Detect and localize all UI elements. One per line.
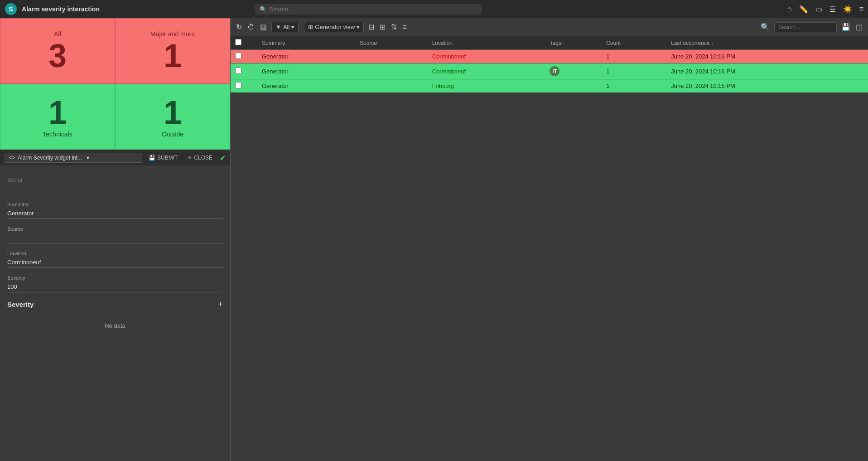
- view-select[interactable]: ⊞ Generator view ▾: [304, 22, 364, 32]
- summary-input[interactable]: [7, 208, 223, 219]
- list2-icon[interactable]: ≡: [401, 22, 407, 32]
- severity-section: Severity + No data: [7, 300, 223, 338]
- no-data-label: No data: [7, 313, 223, 338]
- close-x-icon: ✕: [188, 155, 192, 161]
- filter-select[interactable]: ▼ All ▾: [271, 22, 299, 32]
- global-search[interactable]: 🔍: [255, 4, 482, 15]
- location-input[interactable]: [7, 257, 223, 268]
- columns2-icon[interactable]: ⊞: [379, 22, 386, 32]
- row-last-occurrence: June 20, 2024 10:16 PM: [666, 63, 868, 79]
- serial-input[interactable]: [7, 173, 223, 187]
- row-source: [355, 79, 428, 93]
- filter2-icon[interactable]: ⊟: [367, 22, 375, 32]
- header-expand-col: [246, 36, 257, 50]
- select-all-checkbox[interactable]: [235, 39, 241, 45]
- app-logo: S: [5, 3, 17, 15]
- header-count[interactable]: Count: [602, 36, 666, 50]
- app-title: Alarm severity interaction: [22, 5, 100, 13]
- row-checkbox-1[interactable]: [235, 68, 241, 74]
- severity-cards: All 3 Major and more 1 1 Technicals 1 Ou…: [0, 18, 230, 150]
- row-source: [355, 63, 428, 79]
- close-label: CLOSE: [194, 155, 212, 161]
- theme-icon[interactable]: ☀️: [843, 5, 852, 14]
- right-panel: ↻ ⏱ ▦ ▼ All ▾ ⊞ Generator view ▾ ⊟ ⊞ ⇅ ≡…: [230, 18, 868, 461]
- menu-icon[interactable]: ≡: [859, 5, 863, 13]
- hide-icon[interactable]: ◫: [855, 22, 863, 32]
- widget-actions: 💾 SUBMIT ✕ CLOSE ✔: [146, 153, 226, 162]
- view-icon: ⊞: [308, 24, 313, 30]
- row-location: Corminboeuf: [428, 63, 545, 79]
- topbar: S Alarm severity interaction 🔍 ⌂ ✏️ ▭ ☰ …: [0, 0, 868, 18]
- alarm-table: Summary Source Location Tags Count: [231, 36, 868, 93]
- row-checkbox-cell: [231, 79, 246, 93]
- header-location[interactable]: Location: [428, 36, 545, 50]
- home-icon[interactable]: ⌂: [787, 5, 792, 13]
- card-outside[interactable]: 1 Outside: [115, 84, 230, 150]
- severity-label: Severity: [7, 275, 223, 281]
- history-icon[interactable]: ⏱: [246, 22, 256, 32]
- card-major[interactable]: Major and more 1: [115, 18, 230, 84]
- row-expand-cell: ▾: [246, 79, 257, 93]
- edit-icon[interactable]: ✏️: [799, 5, 808, 14]
- confirm-icon[interactable]: ✔: [220, 154, 226, 162]
- search-input[interactable]: [270, 6, 477, 13]
- header-source[interactable]: Source: [355, 36, 428, 50]
- tag-it: IT: [550, 66, 559, 76]
- severity-section-title: Severity: [7, 301, 34, 308]
- left-panel: All 3 Major and more 1 1 Technicals 1 Ou…: [0, 18, 230, 461]
- row-count: 1: [602, 63, 666, 79]
- row-checkbox-0[interactable]: [235, 53, 241, 59]
- severity-input[interactable]: [7, 281, 223, 292]
- row-checkbox-cell: [231, 50, 246, 63]
- columns-icon[interactable]: ▦: [259, 22, 268, 32]
- serial-field: [7, 173, 223, 194]
- card-outside-number: 1: [164, 96, 182, 129]
- row-summary: Generator: [257, 50, 355, 63]
- location-field: Location: [7, 251, 223, 268]
- row-last-occurrence: June 20, 2024 10:16 PM: [666, 50, 868, 63]
- summary-label: Summary: [7, 202, 223, 207]
- alarm-toolbar: ↻ ⏱ ▦ ▼ All ▾ ⊞ Generator view ▾ ⊟ ⊞ ⇅ ≡…: [231, 18, 868, 36]
- save-icon: 💾: [149, 155, 155, 161]
- card-major-number: 1: [164, 39, 182, 72]
- row-checkbox-2[interactable]: [235, 82, 241, 88]
- header-tags[interactable]: Tags: [545, 36, 602, 50]
- header-last-occurrence[interactable]: Last occurrence ↓: [666, 36, 868, 50]
- save-view-icon[interactable]: 💾: [840, 22, 851, 32]
- card-technicals[interactable]: 1 Technicals: [0, 84, 115, 150]
- search2-icon[interactable]: 🔍: [760, 22, 771, 32]
- main-layout: All 3 Major and more 1 1 Technicals 1 Ou…: [0, 18, 868, 461]
- card-outside-label: Outside: [162, 131, 183, 138]
- filter-chevron-icon: ▾: [291, 24, 294, 30]
- source-field: Source: [7, 226, 223, 243]
- row-expand-button-2[interactable]: ▾: [251, 84, 253, 89]
- row-expand-cell: ▾: [246, 50, 257, 63]
- search-icon: 🔍: [260, 6, 267, 13]
- toolbar-search[interactable]: [774, 22, 837, 32]
- widget-selector[interactable]: <> Alarm Severity widget int... ▾: [5, 153, 142, 163]
- sort-icon[interactable]: ⇅: [390, 22, 398, 32]
- refresh-icon[interactable]: ↻: [235, 22, 243, 32]
- card-all[interactable]: All 3: [0, 18, 115, 84]
- row-expand-button-1[interactable]: ▾: [251, 69, 253, 74]
- alarm-table-wrapper: Summary Source Location Tags Count: [231, 36, 868, 461]
- svg-text:S: S: [9, 5, 13, 13]
- alarm-search-input[interactable]: [778, 24, 833, 30]
- display-icon[interactable]: ▭: [815, 5, 822, 14]
- topbar-actions: ⌂ ✏️ ▭ ☰ ☀️ ≡: [787, 5, 863, 14]
- close-button[interactable]: ✕ CLOSE: [185, 153, 215, 162]
- list-icon[interactable]: ☰: [829, 5, 836, 14]
- row-expand-button-0[interactable]: ▾: [251, 54, 253, 59]
- table-row: ▾ Generator Corminboeuf IT 1 June 20, 20…: [231, 63, 868, 79]
- row-summary: Generator: [257, 79, 355, 93]
- card-all-number: 3: [48, 39, 67, 72]
- row-location: Corminboeuf: [428, 50, 545, 63]
- submit-label: SUBMIT: [157, 155, 178, 161]
- table-row: ▾ Generator Corminboeuf 1 June 20, 2024 …: [231, 50, 868, 63]
- header-checkbox-col: [231, 36, 246, 50]
- form-panel: Summary Source Location Severity Severit…: [0, 165, 230, 461]
- header-summary[interactable]: Summary: [257, 36, 355, 50]
- add-severity-button[interactable]: +: [218, 300, 223, 309]
- source-input[interactable]: [7, 233, 223, 243]
- submit-button[interactable]: 💾 SUBMIT: [146, 153, 180, 162]
